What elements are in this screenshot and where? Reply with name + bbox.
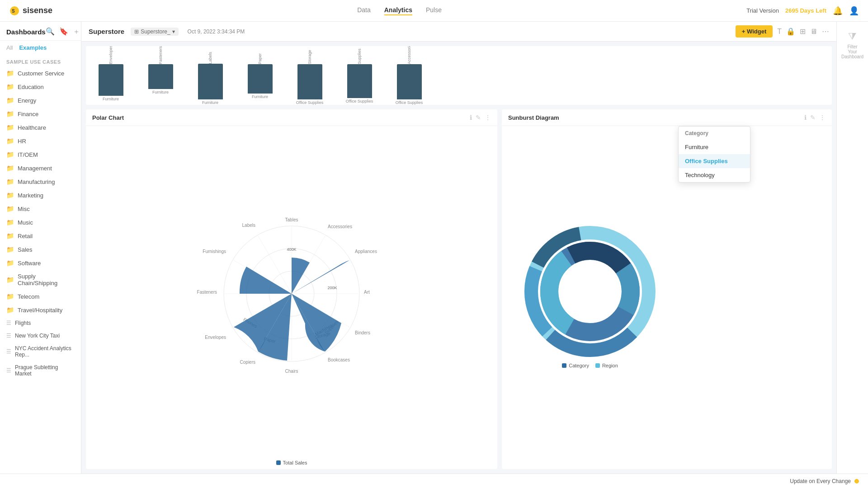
sidebar-item-education[interactable]: 📁 Education: [0, 80, 81, 94]
more-icon[interactable]: ⋯: [822, 27, 829, 36]
bar-group: Supplies Office Supplies: [335, 51, 384, 105]
charts-row: Polar Chart ℹ ✎ ⋮: [86, 109, 832, 469]
svg-text:Chairs: Chairs: [285, 369, 298, 374]
sidebar-item-label: IT/OEM: [18, 151, 38, 158]
sidebar-item-nyc-taxi[interactable]: ☰ New York City Taxi: [0, 329, 81, 342]
sidebar-item-manufacturing[interactable]: 📁 Manufacturing: [0, 175, 81, 188]
folder-icon: 📁: [6, 219, 14, 226]
monitor-icon[interactable]: 🖥: [810, 28, 817, 36]
sidebar-item-label: Supply Chain/Shipping: [18, 273, 75, 286]
dashboard-date: Oct 9, 2022 3:34:34 PM: [188, 28, 245, 35]
add-icon[interactable]: ＋: [73, 27, 80, 37]
polar-chart-area: Tables Accessories Appliances Art Binder…: [86, 126, 497, 456]
sidebar-item-misc[interactable]: 📁 Misc: [0, 202, 81, 216]
svg-text:Appliances: Appliances: [355, 249, 377, 254]
folder-icon: 📁: [6, 259, 14, 267]
dashboard-tag[interactable]: ⊞ Superstore_ ▾: [131, 28, 178, 36]
dashboard-toolbar-right: + Widget T 🔒 ⊞ 🖥 ⋯: [736, 25, 829, 38]
sidebar-item-itoem[interactable]: 📁 IT/OEM: [0, 148, 81, 161]
more-icon[interactable]: ⋮: [485, 114, 491, 121]
sidebar-item-flights[interactable]: ☰ Flights: [0, 317, 81, 329]
sunburst-legend: Category Region: [556, 359, 624, 372]
grid-icon[interactable]: ⊞: [800, 27, 806, 36]
svg-text:Bookcases: Bookcases: [328, 357, 350, 362]
sidebar-item-supply-chain[interactable]: 📁 Supply Chain/Shipping: [0, 270, 81, 290]
sidebar-item-sales[interactable]: 📁 Sales: [0, 243, 81, 256]
svg-text:Accessories: Accessories: [328, 224, 352, 229]
more-icon[interactable]: ⋮: [819, 114, 826, 121]
bar-group: Paper Furniture: [235, 51, 285, 105]
sidebar-item-management[interactable]: 📁 Management: [0, 161, 81, 175]
sidebar-item-music[interactable]: 📁 Music: [0, 216, 81, 229]
sidebar-item-label: Retail: [18, 233, 33, 239]
tab-all[interactable]: All: [6, 44, 13, 51]
nav-data[interactable]: Data: [357, 6, 371, 15]
sidebar-item-finance[interactable]: 📁 Finance: [0, 107, 81, 121]
bar-category: Furniture: [252, 94, 268, 99]
sidebar-item-software[interactable]: 📁 Software: [0, 256, 81, 270]
svg-text:Furnishings: Furnishings: [203, 249, 226, 254]
sidebar-item-retail[interactable]: 📁 Retail: [0, 229, 81, 243]
logo: S sisense: [9, 5, 52, 16]
sidebar-item-label: Healthcare: [18, 124, 46, 131]
filter-button[interactable]: ⧩ Filter Your Dashboard: [841, 31, 863, 59]
dropdown-item-furniture[interactable]: Furniture: [679, 140, 750, 154]
trial-days: 2695 Days Left: [785, 7, 826, 14]
notification-icon[interactable]: 🔔: [833, 6, 843, 16]
sidebar-item-label: Telecom: [18, 293, 39, 300]
sidebar-item-customer-service[interactable]: 📁 Customer Service: [0, 66, 81, 80]
sidebar-title: Dashboards: [6, 28, 46, 36]
bar-label-top: Supplies: [357, 51, 362, 64]
nav-analytics[interactable]: Analytics: [384, 6, 412, 15]
top-nav: S sisense Data Analytics Pulse Trial Ver…: [0, 0, 868, 22]
svg-text:Copiers: Copiers: [240, 360, 255, 365]
bar-category: Office Supplies: [346, 99, 373, 103]
sidebar-item-nyc-accident[interactable]: ☰ NYC Accident Analytics Rep...: [0, 342, 81, 361]
text-icon[interactable]: T: [777, 28, 782, 36]
sidebar-item-hr[interactable]: 📁 HR: [0, 134, 81, 148]
dropdown-item-office-supplies[interactable]: Office Supplies: [679, 154, 750, 168]
widget-button[interactable]: + Widget: [736, 25, 773, 38]
category-dropdown[interactable]: Category Furniture Office Supplies Techn…: [678, 126, 750, 183]
sidebar-item-healthcare[interactable]: 📁 Healthcare: [0, 121, 81, 134]
bookmark-icon[interactable]: 🔖: [59, 27, 68, 37]
bar-rect: [347, 64, 372, 98]
legend-dot-region: [595, 363, 600, 368]
lock-icon[interactable]: 🔒: [786, 27, 795, 36]
svg-text:Tables: Tables: [285, 217, 298, 222]
user-icon[interactable]: 👤: [849, 6, 859, 16]
edit-icon[interactable]: ✎: [810, 114, 816, 121]
sidebar-item-label: Music: [18, 219, 33, 226]
info-icon[interactable]: ℹ: [470, 114, 472, 121]
tab-examples[interactable]: Examples: [19, 44, 47, 51]
trial-label: Trial Version: [746, 7, 779, 14]
sidebar-item-travel[interactable]: 📁 Travel/Hospitality: [0, 303, 81, 317]
edit-icon[interactable]: ✎: [476, 114, 481, 121]
sunburst-header: Sunburst Diagram ℹ ✎ ⋮: [502, 109, 832, 126]
sidebar-item-label: Software: [18, 260, 41, 267]
folder-icon: 📁: [6, 124, 14, 131]
bar-label-top: Envelopes: [108, 51, 113, 64]
sidebar-item-marketing[interactable]: 📁 Marketing: [0, 188, 81, 202]
svg-text:Envelopes: Envelopes: [205, 335, 226, 340]
sidebar-item-prague[interactable]: ☰ Prague Subletting Market: [0, 361, 81, 380]
folder-icon: 📁: [6, 232, 14, 239]
sidebar-item-label: Energy: [18, 97, 36, 104]
legend-label-region: Region: [602, 363, 618, 368]
search-icon[interactable]: 🔍: [46, 27, 55, 37]
dashboard-tag-icon: ⊞: [134, 28, 139, 35]
bar-group: Accessories Office Supplies: [384, 51, 434, 105]
nav-pulse[interactable]: Pulse: [426, 6, 442, 15]
bar-rect: [297, 64, 322, 99]
sidebar-item-energy[interactable]: 📁 Energy: [0, 94, 81, 107]
bar-label-top: Fasteners: [158, 51, 163, 64]
polar-chart-header-icons: ℹ ✎ ⋮: [470, 114, 491, 121]
list-icon: ☰: [6, 320, 11, 326]
sidebar-item-telecom[interactable]: 📁 Telecom: [0, 290, 81, 303]
legend-item-category: Category: [562, 363, 589, 368]
info-icon[interactable]: ℹ: [804, 114, 807, 121]
legend-dot-category: [562, 363, 566, 368]
svg-text:Binders: Binders: [355, 330, 370, 335]
dropdown-item-technology[interactable]: Technology: [679, 168, 750, 182]
sidebar-item-label: New York City Taxi: [15, 333, 60, 339]
